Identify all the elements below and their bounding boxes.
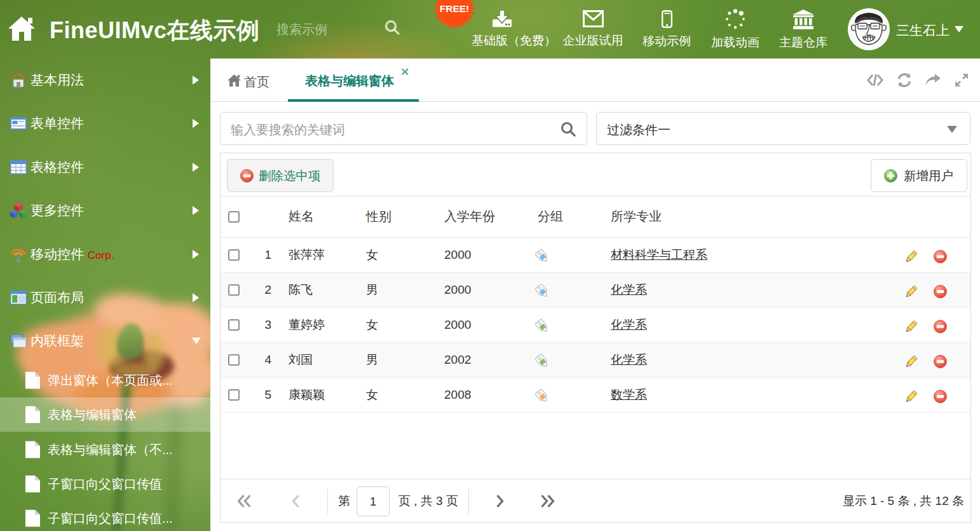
svg-text:FREE!: FREE!	[440, 3, 470, 14]
